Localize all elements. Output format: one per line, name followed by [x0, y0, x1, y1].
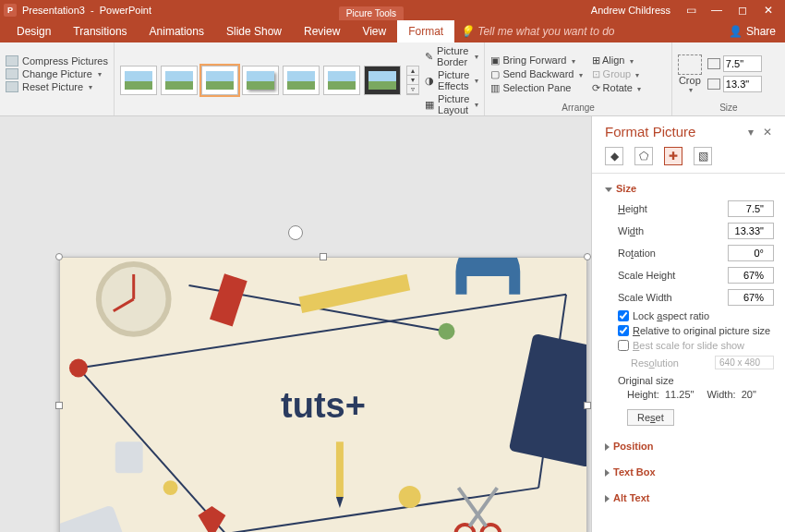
effects-icon[interactable]: ⬠ — [634, 147, 653, 165]
resolution-select: 640 x 480 — [715, 356, 774, 369]
selection-pane-button[interactable]: ▥ Selection Pane — [490, 82, 582, 94]
tab-design[interactable]: Design — [6, 20, 62, 42]
picture-effects-button[interactable]: ◑ Picture Effects▾ — [425, 69, 478, 91]
scale-width-label: Scale Width — [618, 292, 728, 303]
slide-logo-text: tuts+ — [281, 386, 366, 426]
svg-marker-15 — [336, 497, 344, 508]
section-size[interactable]: Size — [605, 179, 774, 198]
close-button[interactable]: ✕ — [755, 4, 781, 17]
picture-border-button[interactable]: ✎ Picture Border▾ — [425, 45, 478, 67]
resize-handle[interactable] — [55, 402, 63, 409]
width-input[interactable] — [728, 223, 774, 239]
original-height: Height: 11.25" — [627, 389, 694, 400]
svg-point-5 — [69, 359, 88, 378]
relative-checkbox[interactable] — [618, 325, 629, 336]
style-thumb[interactable] — [283, 66, 320, 95]
height-icon — [707, 58, 720, 69]
pane-title: Format Picture — [605, 124, 743, 139]
tab-review[interactable]: Review — [293, 20, 351, 42]
tab-view[interactable]: View — [351, 20, 397, 42]
lock-aspect-checkbox[interactable] — [618, 310, 629, 321]
resize-handle[interactable] — [55, 253, 63, 260]
best-scale-label: Best scale for slide show — [633, 340, 744, 351]
group-label-size: Size — [678, 103, 779, 115]
style-thumb[interactable] — [364, 66, 401, 95]
group-button[interactable]: ⊡ Group ▾ — [592, 68, 642, 80]
document-title: Presentation3 - PowerPoint — [22, 5, 151, 16]
size-properties-icon[interactable]: ✚ — [664, 147, 682, 165]
svg-point-8 — [163, 480, 178, 495]
align-button[interactable]: ⊞ Align ▾ — [592, 54, 642, 66]
rotation-label: Rotation — [618, 248, 728, 259]
svg-rect-12 — [210, 273, 248, 326]
style-thumb[interactable] — [323, 66, 360, 95]
pane-close-button[interactable]: ✕ — [759, 126, 776, 139]
group-label-adjust — [6, 103, 108, 115]
ribbon-width-input[interactable] — [723, 76, 762, 92]
section-position[interactable]: Position — [605, 437, 774, 455]
resolution-label: Resolution — [631, 357, 679, 369]
picture-icon[interactable]: ▧ — [694, 147, 712, 165]
svg-rect-20 — [115, 441, 143, 473]
send-backward-button[interactable]: ▢ Send Backward ▾ — [490, 68, 582, 80]
format-picture-pane: Format Picture ▾ ✕ ◆ ⬠ ✚ ▧ Size Height W… — [591, 116, 785, 532]
restore-button[interactable]: ◻ — [730, 4, 755, 17]
compress-pictures-button[interactable]: Compress Pictures — [6, 55, 108, 66]
rotate-handle[interactable] — [288, 225, 303, 240]
picture-styles-gallery[interactable]: ▴▾▿ — [120, 66, 419, 95]
svg-rect-23 — [60, 504, 150, 532]
app-icon: P — [4, 4, 17, 17]
tab-animations[interactable]: Animations — [139, 20, 215, 42]
group-label-arrange: Arrange — [490, 103, 666, 115]
style-thumb[interactable] — [161, 66, 198, 95]
width-icon — [707, 79, 720, 90]
crop-button[interactable]: Crop▾ — [678, 54, 702, 94]
rotation-input[interactable] — [728, 245, 774, 261]
height-label: Height — [618, 203, 728, 214]
style-thumb[interactable] — [242, 66, 279, 95]
original-size-label: Original size — [618, 375, 774, 386]
picture-layout-button[interactable]: ▦ Picture Layout▾ — [425, 93, 478, 115]
tab-transitions[interactable]: Transitions — [62, 20, 138, 42]
best-scale-checkbox[interactable] — [618, 340, 629, 351]
tab-slide-show[interactable]: Slide Show — [215, 20, 293, 42]
styles-more-button[interactable]: ▴▾▿ — [406, 66, 419, 95]
style-thumb[interactable] — [120, 66, 157, 95]
relative-label: Relative to original picture size — [633, 325, 770, 336]
tab-format[interactable]: Format — [397, 20, 454, 42]
height-input[interactable] — [728, 200, 774, 217]
section-text-box[interactable]: Text Box — [605, 463, 774, 481]
pane-menu-button[interactable]: ▾ — [743, 126, 759, 139]
lock-aspect-label: Lock aspect ratio — [633, 310, 709, 321]
change-picture-button[interactable]: Change Picture▾ — [6, 68, 108, 79]
slide-canvas[interactable]: tuts+ — [0, 116, 591, 532]
svg-rect-13 — [299, 274, 411, 313]
style-thumb[interactable] — [201, 66, 238, 95]
share-button[interactable]: 👤 Share — [719, 20, 785, 42]
scale-width-input[interactable] — [728, 289, 774, 306]
ribbon-options-icon[interactable]: ▭ — [678, 4, 704, 17]
user-name[interactable]: Andrew Childress — [591, 5, 670, 16]
resize-handle[interactable] — [320, 253, 327, 260]
bring-forward-button[interactable]: ▣ Bring Forward ▾ — [490, 54, 582, 66]
reset-picture-button[interactable]: Reset Picture▾ — [6, 81, 108, 92]
svg-point-7 — [399, 486, 421, 508]
scale-height-input[interactable] — [728, 267, 774, 284]
resize-handle[interactable] — [584, 402, 591, 409]
minimize-button[interactable]: — — [704, 4, 730, 17]
svg-line-1 — [78, 369, 225, 532]
fill-line-icon[interactable]: ◆ — [605, 147, 623, 165]
scale-height-label: Scale Height — [618, 270, 728, 281]
ribbon-height-input[interactable] — [723, 55, 762, 72]
tell-me-input[interactable]: 💡Tell me what you want to do — [460, 20, 614, 42]
section-alt-text[interactable]: Alt Text — [605, 489, 774, 507]
bulb-icon: 💡 — [460, 25, 474, 38]
resize-handle[interactable] — [584, 253, 591, 260]
original-width: Width: 20" — [706, 389, 755, 400]
rotate-button[interactable]: ⟳ Rotate ▾ — [592, 82, 642, 94]
svg-rect-22 — [509, 333, 586, 467]
reset-size-button[interactable]: Reset — [627, 409, 674, 426]
svg-rect-14 — [336, 441, 344, 497]
selected-picture[interactable]: tuts+ — [59, 257, 587, 532]
svg-point-6 — [439, 323, 455, 340]
